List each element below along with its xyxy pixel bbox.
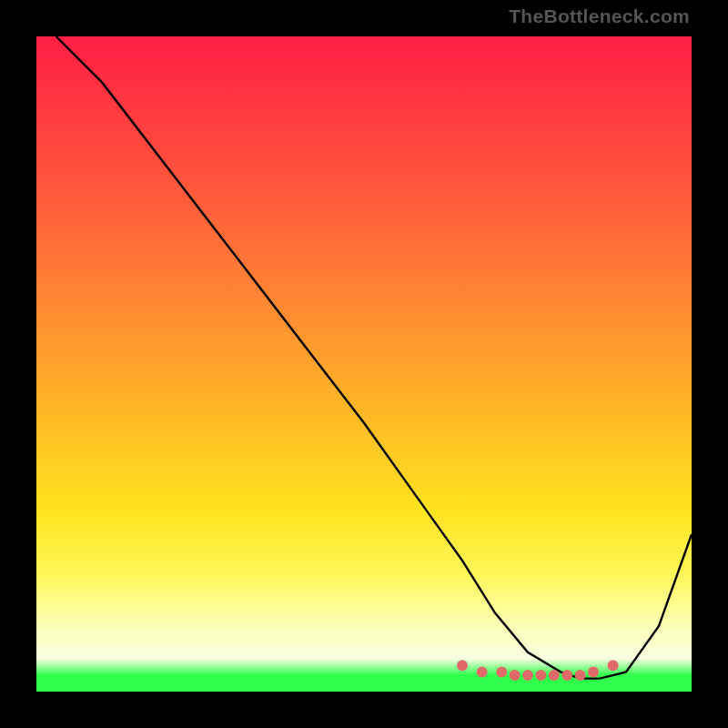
marker-dot <box>477 666 488 677</box>
marker-dot <box>496 666 507 677</box>
watermark-text: TheBottleneck.com <box>509 5 690 27</box>
marker-dot <box>535 670 546 681</box>
chart-frame: TheBottleneck.com <box>0 0 728 728</box>
marker-dot <box>588 666 599 677</box>
marker-dot <box>522 670 533 681</box>
curve-layer <box>36 36 692 692</box>
marker-dot <box>561 670 572 681</box>
bottom-markers <box>457 660 619 681</box>
marker-dot <box>575 670 586 681</box>
marker-dot <box>457 660 468 671</box>
main-curve <box>56 36 692 679</box>
marker-dot <box>510 670 521 681</box>
marker-dot <box>549 670 560 681</box>
marker-dot <box>608 660 619 671</box>
plot-area <box>36 36 692 692</box>
